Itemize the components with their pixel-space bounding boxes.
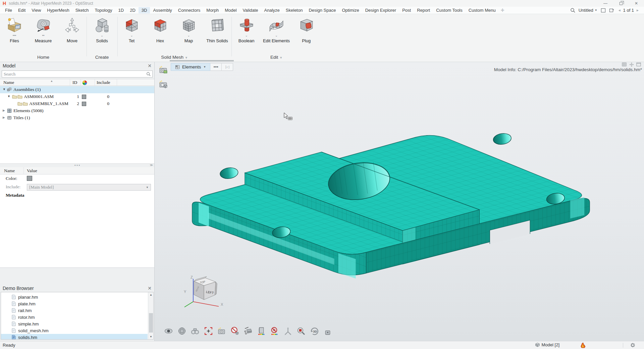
- hex-hole[interactable]: [219, 166, 239, 180]
- tree-row-assemblies[interactable]: ▼ Assemblies (1): [0, 86, 154, 93]
- new-page-icon[interactable]: [601, 8, 606, 13]
- tree-row-asm0001[interactable]: ▼ ASM0001.ASM 1 0: [0, 93, 154, 100]
- expander-open-icon[interactable]: ▼: [3, 88, 6, 91]
- menu-post[interactable]: Post: [399, 7, 414, 13]
- menu-custom-tools[interactable]: Custom Tools: [433, 7, 466, 13]
- menu-report[interactable]: Report: [414, 7, 433, 13]
- demo-scrollbar[interactable]: ▲ ▼: [148, 292, 153, 339]
- dropdown-caret-icon[interactable]: ⌄: [88, 34, 116, 38]
- menu-validate[interactable]: Validate: [240, 7, 261, 13]
- session-dropdown[interactable]: Untitled ▼: [579, 8, 597, 13]
- tree-label[interactable]: Elements (5008): [13, 108, 44, 113]
- center-view-icon[interactable]: [204, 327, 213, 336]
- menu-2d[interactable]: 2D: [127, 7, 139, 13]
- menu-edit[interactable]: Edit: [15, 7, 29, 13]
- menu-topology[interactable]: Topology: [92, 7, 115, 13]
- column-name[interactable]: Name: [3, 80, 14, 85]
- menu-skeleton[interactable]: Skeleton: [283, 7, 306, 13]
- screenshot-icon[interactable]: [217, 327, 226, 336]
- rotate-view-icon[interactable]: 3D: [310, 327, 319, 336]
- page-navigator[interactable]: ◄ 1 of 1 ►: [618, 8, 639, 13]
- hide-elements-icon[interactable]: [230, 327, 239, 336]
- menu-file[interactable]: File: [2, 7, 15, 13]
- tree-label[interactable]: ASM0001.ASM: [24, 94, 54, 99]
- color-wheel-icon[interactable]: [82, 80, 87, 87]
- pan-icon[interactable]: [629, 62, 634, 67]
- color-swatch[interactable]: [82, 102, 86, 106]
- column-include[interactable]: Include: [97, 80, 110, 85]
- ribbon-edit-elements-button[interactable]: ⌄ Edit Elements: [262, 17, 291, 43]
- cube-faces[interactable]: TOP LEFT REAR: [194, 277, 217, 300]
- expander-open-icon[interactable]: ▼: [7, 95, 10, 98]
- tree-label[interactable]: ASSEMBLY_1.ASM: [29, 101, 68, 106]
- ribbon-group-solid-mesh[interactable]: Solid Mesh▼: [117, 55, 231, 60]
- close-icon[interactable]: ✕: [148, 286, 152, 291]
- capture-model-icon[interactable]: [159, 80, 168, 89]
- column-id[interactable]: ID: [72, 80, 77, 85]
- menu-3d[interactable]: 3D: [139, 7, 150, 13]
- graphics-viewport[interactable]: Elements ▼ ••• |◁ Model Info: C:/Program…: [155, 62, 644, 341]
- color-swatch[interactable]: [82, 95, 86, 99]
- ribbon-move-button[interactable]: Move: [58, 17, 87, 43]
- demo-file-selected[interactable]: solids.hm: [1, 334, 148, 340]
- ribbon-files-button[interactable]: ••• Files: [0, 17, 29, 43]
- status-model[interactable]: Model [2]: [535, 342, 559, 347]
- add-menu-icon[interactable]: ✚: [499, 8, 506, 13]
- selector-reset-button[interactable]: |◁: [222, 63, 233, 71]
- ribbon-measure-button[interactable]: •• Measure: [29, 17, 58, 43]
- model-search-box[interactable]: [2, 70, 153, 78]
- menu-analyze[interactable]: Analyze: [261, 7, 283, 13]
- close-button[interactable]: ✕: [629, 0, 644, 7]
- search-icon[interactable]: [570, 8, 575, 13]
- panel-splitter[interactable]: • • • ≫: [0, 163, 154, 167]
- ribbon-boolean-button[interactable]: ⌄ Boolean: [232, 17, 261, 43]
- demo-file[interactable]: simple.hm: [1, 320, 148, 327]
- ribbon-hex-button[interactable]: Hex: [146, 17, 174, 43]
- menu-design-space[interactable]: Design Space: [306, 7, 339, 13]
- restore-button[interactable]: [613, 0, 629, 7]
- ribbon-plug-button[interactable]: Plug: [292, 17, 321, 43]
- refresh-page-icon[interactable]: [609, 8, 614, 13]
- menu-optimize[interactable]: Optimize: [339, 7, 362, 13]
- menu-hypermesh[interactable]: HyperMesh: [44, 7, 72, 13]
- demo-file[interactable]: plate.hm: [1, 300, 148, 307]
- dropdown-caret-icon[interactable]: ⌄: [262, 34, 291, 38]
- tree-header[interactable]: Name ▲ ID Include: [0, 79, 154, 86]
- window-icon[interactable]: [636, 62, 641, 67]
- settings-gear-icon[interactable]: [630, 343, 635, 349]
- scroll-thumb[interactable]: [149, 313, 153, 333]
- close-icon[interactable]: ✕: [148, 63, 152, 68]
- minimize-button[interactable]: —: [598, 0, 613, 7]
- ribbon-solids-button[interactable]: ⌄ Solids: [88, 17, 116, 43]
- color-book-icon[interactable]: [257, 327, 266, 336]
- prev-page-icon[interactable]: ◄: [618, 8, 621, 12]
- ribbon-thin-solids-button[interactable]: Thin Solids: [203, 17, 231, 43]
- menu-custom-menu[interactable]: Custom Menu: [466, 7, 499, 13]
- flame-icon[interactable]: [580, 342, 586, 349]
- entity-type-dropdown[interactable]: Elements ▼: [171, 63, 210, 71]
- include-select[interactable]: [Main Model] ▼: [27, 184, 151, 191]
- scroll-down-icon[interactable]: ▼: [148, 334, 154, 339]
- view-cube[interactable]: Z Y X TOP LEFT REAR: [183, 276, 227, 311]
- demo-file[interactable]: solid_mesh.hm: [1, 327, 148, 334]
- menu-model[interactable]: Model: [222, 7, 239, 13]
- demo-file[interactable]: planar.hm: [1, 294, 148, 300]
- capture-image-icon[interactable]: [159, 65, 168, 74]
- dropdown-caret-icon[interactable]: ⌄: [117, 34, 146, 38]
- mesh-model[interactable]: [155, 62, 644, 341]
- ribbon-tet-button[interactable]: ⌄ Tet: [117, 17, 146, 43]
- expander-closed-icon[interactable]: ▶: [3, 116, 5, 119]
- globe-icon[interactable]: [177, 327, 186, 336]
- tree-row-titles[interactable]: ▶ Titles (1): [0, 114, 154, 121]
- menu-sketch[interactable]: Sketch: [72, 7, 92, 13]
- menu-design-explorer[interactable]: Design Explorer: [362, 7, 399, 13]
- tree-row-elements[interactable]: ▶ Elements (5008): [0, 107, 154, 114]
- demo-file[interactable]: rail.hm: [1, 307, 148, 314]
- triad-icon[interactable]: [283, 327, 292, 336]
- lock-icon[interactable]: [323, 327, 332, 336]
- tree-label[interactable]: Assemblies (1): [13, 87, 41, 92]
- expand-panel-icon[interactable]: ≫: [150, 164, 153, 167]
- menu-view[interactable]: View: [29, 7, 44, 13]
- tree-row-assembly-1[interactable]: ASSEMBLY_1.ASM 2 0: [0, 100, 154, 107]
- menu-morph[interactable]: Morph: [203, 7, 222, 13]
